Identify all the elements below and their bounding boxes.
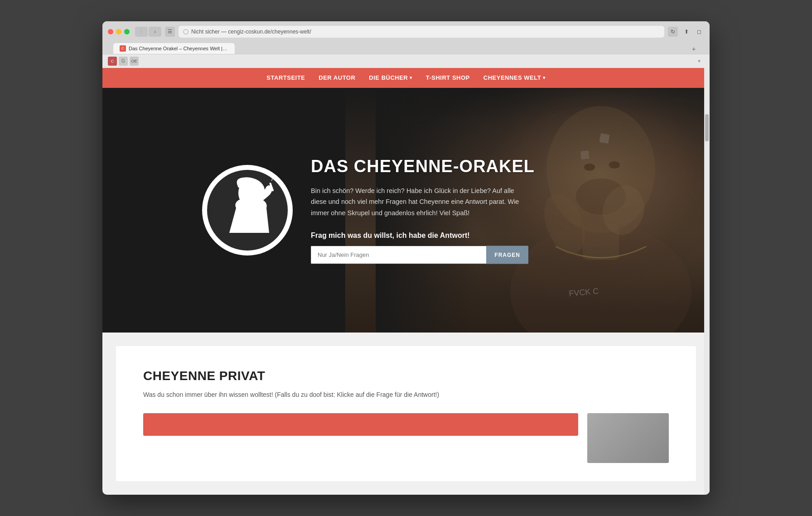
traffic-lights (108, 29, 130, 34)
toolbar-icon-3[interactable]: OE (130, 57, 139, 66)
hero-title: DAS CHEYENNE-ORAKEL (311, 156, 535, 176)
image-placeholder (587, 413, 669, 463)
tab-title: Das Cheyenne Orakel – Cheyennes Welt | C… (129, 46, 228, 51)
section-title: CHEYENNE PRIVAT (143, 369, 669, 383)
address-bar-container: ◯ Nicht sicher — cengiz-coskun.de/cheyen… (179, 26, 678, 38)
lower-content-row (143, 413, 669, 463)
maximize-button[interactable] (124, 29, 130, 34)
nav-item-startseite[interactable]: STARTSEITE (266, 74, 305, 81)
browser-titlebar: ‹ › ☰ ◯ Nicht sicher — cengiz-coskun.de/… (102, 21, 710, 54)
red-button-placeholder[interactable] (143, 413, 578, 436)
hero-content: DAS CHEYENNE-ORAKEL Bin ich schön? Werde… (311, 156, 535, 264)
extensions-button[interactable]: + (694, 56, 704, 66)
hero-description: Bin ich schön? Werde ich reich? Habe ich… (311, 185, 528, 218)
lower-section: CHEYENNE PRIVAT Was du schon immer über … (102, 333, 710, 495)
hero-prompt: Frag mich was du willst, ich habe die An… (311, 231, 535, 239)
browser-nav: ‹ › (135, 27, 161, 37)
oracle-submit-button[interactable]: FRAGEN (486, 246, 528, 264)
reader-view-button[interactable]: ☰ (165, 27, 175, 37)
active-tab[interactable]: C Das Cheyenne Orakel – Cheyennes Welt |… (113, 43, 235, 54)
nav-item-tshirt[interactable]: T-SHIRT SHOP (426, 74, 470, 81)
address-bar[interactable]: ◯ Nicht sicher — cengiz-coskun.de/cheyen… (179, 26, 664, 38)
website-content: STARTSEITE DER AUTOR DIE BÜCHER ▾ T-SHIR… (102, 68, 710, 495)
buecher-dropdown-arrow: ▾ (410, 75, 412, 80)
reload-button[interactable]: ↻ (668, 27, 678, 37)
silhouette-inner (207, 170, 288, 251)
toolbar-icon-1[interactable]: C (108, 57, 117, 66)
nav-item-cheyennes-welt[interactable]: CHEYENNES WELT ▾ (483, 74, 546, 81)
url-text: Nicht sicher — cengiz-coskun.de/cheyenne… (191, 29, 311, 35)
toolbar-row: C G OE + (102, 54, 710, 68)
silhouette-container (202, 165, 293, 256)
tab-favicon: C (120, 45, 126, 52)
lower-inner-card: CHEYENNE PRIVAT Was du schon immer über … (116, 346, 696, 481)
add-tab-button[interactable]: ◻ (694, 27, 704, 37)
new-tab-button[interactable]: + (689, 44, 699, 54)
section-description: Was du schon immer über ihn wissen wollt… (143, 390, 669, 400)
nav-item-buecher[interactable]: DIE BÜCHER ▾ (369, 74, 412, 81)
forward-button[interactable]: › (149, 27, 161, 37)
close-button[interactable] (108, 29, 113, 34)
nav-items-container: STARTSEITE DER AUTOR DIE BÜCHER ▾ T-SHIR… (266, 74, 545, 81)
browser-tabbar: C Das Cheyenne Orakel – Cheyennes Welt |… (108, 41, 704, 54)
minimize-button[interactable] (116, 29, 121, 34)
oracle-form: FRAGEN (311, 246, 528, 264)
site-navigation: STARTSEITE DER AUTOR DIE BÜCHER ▾ T-SHIR… (102, 68, 710, 88)
browser-window: ‹ › ☰ ◯ Nicht sicher — cengiz-coskun.de/… (102, 21, 710, 495)
nav-item-autor[interactable]: DER AUTOR (319, 74, 355, 81)
share-button[interactable]: ⬆ (682, 27, 691, 37)
security-icon: ◯ (183, 29, 188, 34)
silhouette-circle (202, 165, 293, 256)
oracle-input[interactable] (311, 246, 486, 264)
cheyennes-welt-dropdown-arrow: ▾ (543, 75, 546, 80)
toolbar-icon-2[interactable]: G (119, 57, 128, 66)
browser-actions: ⬆ ◻ (682, 27, 704, 37)
person-silhouette-svg (216, 174, 279, 246)
hero-section: FVCK C (102, 88, 710, 333)
back-button[interactable]: ‹ (135, 27, 148, 37)
